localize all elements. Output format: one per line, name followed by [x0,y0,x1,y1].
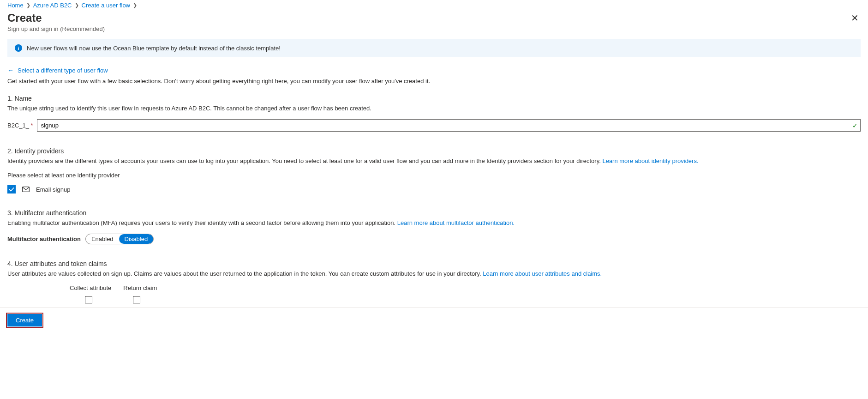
intro-text: Get started with your user flow with a f… [7,78,861,85]
page-subtitle: Sign up and sign in (Recommended) [7,25,105,32]
email-signup-checkbox[interactable] [7,185,16,193]
footer-bar: Create [0,307,868,333]
back-link[interactable]: ← Select a different type of user flow [7,66,108,74]
section-idp-title: 2. Identity providers [7,147,861,155]
idp-learn-more-link[interactable]: Learn more about identity providers. [602,157,698,164]
info-banner: i New user flows will now use the Ocean … [7,39,861,57]
mfa-disabled-option[interactable]: Disabled [119,234,154,244]
breadcrumb: Home ❯ Azure AD B2C ❯ Create a user flow… [7,2,861,9]
section-mfa-title: 3. Multifactor authentication [7,209,861,217]
return-claim-checkbox[interactable] [133,296,140,303]
banner-text: New user flows will now use the Ocean Bl… [27,45,281,52]
chevron-right-icon: ❯ [133,2,137,8]
info-icon: i [15,44,22,52]
mfa-learn-more-link[interactable]: Learn more about multifactor authenticat… [397,219,515,226]
chevron-right-icon: ❯ [75,2,79,8]
close-icon[interactable]: ✕ [849,12,861,24]
collect-attribute-checkbox[interactable] [85,296,92,303]
create-button[interactable]: Create [7,314,42,326]
attr-learn-more-link[interactable]: Learn more about user attributes and cla… [483,270,602,277]
breadcrumb-create-flow[interactable]: Create a user flow [82,2,131,9]
section-idp-desc: Identity providers are the different typ… [7,157,861,164]
section-mfa-desc: Enabling multifactor authentication (MFA… [7,219,861,226]
section-attr-desc: User attributes are values collected on … [7,270,861,277]
checkmark-icon: ✓ [852,122,858,129]
arrow-left-icon: ← [7,66,14,74]
page-title: Create [7,12,105,24]
idp-prompt: Please select at least one identity prov… [7,172,861,179]
breadcrumb-b2c[interactable]: Azure AD B2C [33,2,72,9]
section-name-desc: The unique string used to identify this … [7,105,861,112]
chevron-right-icon: ❯ [26,2,30,8]
name-prefix-label: B2C_1_ * [7,122,33,129]
section-name-title: 1. Name [7,95,861,102]
collect-attribute-header: Collect attribute [70,284,111,291]
mail-icon [22,187,30,192]
section-attr-title: 4. User attributes and token claims [7,260,861,267]
mfa-enabled-option[interactable]: Enabled [86,234,119,244]
name-input[interactable] [37,119,861,132]
mfa-toggle[interactable]: Enabled Disabled [85,234,154,244]
mfa-label: Multifactor authentication [7,236,81,242]
email-signup-label: Email signup [36,186,70,193]
breadcrumb-home[interactable]: Home [7,2,24,9]
back-link-label: Select a different type of user flow [18,67,108,74]
return-claim-header: Return claim [123,284,157,291]
